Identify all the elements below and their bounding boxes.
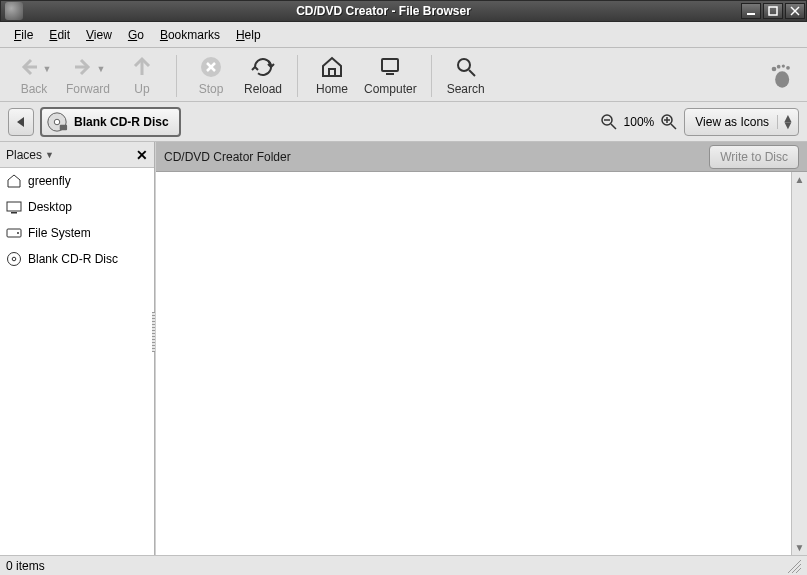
svg-point-12 [775, 71, 789, 87]
svg-rect-9 [386, 73, 394, 75]
place-blank-disc[interactable]: Blank CD-R Disc [0, 246, 154, 272]
zoom-out-button[interactable] [600, 113, 618, 131]
file-view-area[interactable] [156, 172, 807, 555]
computer-label: Computer [364, 82, 417, 96]
stop-icon [199, 55, 223, 79]
minimize-button[interactable] [741, 3, 761, 19]
svg-rect-19 [60, 124, 67, 130]
status-text: 0 items [6, 559, 45, 573]
arrow-up-icon [130, 55, 154, 79]
menu-view[interactable]: View [78, 25, 120, 45]
svg-line-21 [611, 124, 616, 129]
disc-icon [46, 111, 68, 133]
location-bar: Blank CD-R Disc 100% View as Icons ▲▼ [0, 102, 807, 142]
window-app-icon [5, 2, 23, 20]
toolbar-separator [176, 55, 177, 97]
place-home[interactable]: greenfly [0, 168, 154, 194]
place-label: Blank CD-R Disc [28, 252, 118, 266]
search-icon [454, 55, 478, 79]
menu-go[interactable]: Go [120, 25, 152, 45]
menu-file[interactable]: File [6, 25, 41, 45]
scroll-down-icon: ▼ [795, 540, 805, 555]
menu-bar: File Edit View Go Bookmarks Help [0, 22, 807, 48]
computer-button[interactable]: Computer [358, 53, 423, 98]
disc-icon [6, 251, 22, 267]
toolbar-separator [297, 55, 298, 97]
menu-bookmarks[interactable]: Bookmarks [152, 25, 228, 45]
up-label: Up [134, 82, 149, 96]
reload-icon [251, 55, 275, 79]
svg-point-15 [782, 64, 785, 67]
location-path-button[interactable]: Blank CD-R Disc [40, 107, 181, 137]
place-desktop[interactable]: Desktop [0, 194, 154, 220]
scroll-up-icon: ▲ [795, 172, 805, 187]
close-button[interactable] [785, 3, 805, 19]
home-button[interactable]: Home [306, 53, 358, 98]
svg-line-11 [469, 70, 475, 76]
svg-line-24 [671, 124, 676, 129]
triangle-left-icon [15, 116, 27, 128]
place-label: greenfly [28, 174, 71, 188]
forward-button[interactable]: ▼ Forward [60, 53, 116, 98]
arrow-right-icon [71, 55, 95, 79]
computer-icon [378, 55, 402, 79]
home-icon [320, 55, 344, 79]
svg-rect-1 [769, 7, 777, 15]
svg-rect-28 [11, 212, 17, 214]
view-mode-selector[interactable]: View as Icons ▲▼ [684, 108, 799, 136]
forward-label: Forward [66, 82, 110, 96]
stop-label: Stop [199, 82, 224, 96]
write-to-disc-label: Write to Disc [720, 150, 788, 164]
status-bar: 0 items [0, 555, 807, 575]
path-back-button[interactable] [8, 108, 34, 136]
vertical-scrollbar[interactable]: ▲ ▼ [791, 172, 807, 555]
dropdown-icon: ▼ [43, 64, 52, 74]
places-sidebar: Places ▼ ✕ greenfly Desktop File System … [0, 142, 155, 555]
gnome-foot-icon [767, 62, 795, 90]
svg-rect-8 [382, 59, 398, 71]
svg-point-16 [786, 65, 790, 69]
view-mode-label: View as Icons [695, 115, 769, 129]
search-label: Search [447, 82, 485, 96]
stop-button[interactable]: Stop [185, 53, 237, 98]
content-panes: Places ▼ ✕ greenfly Desktop File System … [0, 142, 807, 555]
zoom-controls: 100% [600, 113, 679, 131]
search-button[interactable]: Search [440, 53, 492, 98]
svg-point-13 [772, 66, 777, 71]
location-path-label: Blank CD-R Disc [74, 115, 169, 129]
place-filesystem[interactable]: File System [0, 220, 154, 246]
sidebar-title[interactable]: Places [6, 148, 42, 162]
main-header: CD/DVD Creator Folder Write to Disc [156, 142, 807, 172]
up-button[interactable]: Up [116, 53, 168, 98]
reload-label: Reload [244, 82, 282, 96]
zoom-level: 100% [624, 115, 655, 129]
svg-point-18 [54, 119, 60, 125]
home-label: Home [316, 82, 348, 96]
dropdown-icon[interactable]: ▼ [45, 150, 54, 160]
sidebar-header: Places ▼ ✕ [0, 142, 154, 168]
arrow-left-icon [17, 55, 41, 79]
title-bar: CD/DVD Creator - File Browser [0, 0, 807, 22]
svg-point-32 [12, 257, 16, 261]
maximize-button[interactable] [763, 3, 783, 19]
zoom-in-button[interactable] [660, 113, 678, 131]
home-folder-icon [6, 173, 22, 189]
menu-help[interactable]: Help [228, 25, 269, 45]
svg-rect-0 [747, 13, 755, 15]
desktop-icon [6, 199, 22, 215]
main-header-label: CD/DVD Creator Folder [164, 150, 291, 164]
svg-rect-7 [329, 69, 335, 76]
svg-point-10 [458, 59, 470, 71]
main-pane: CD/DVD Creator Folder Write to Disc ▲ ▼ [155, 142, 807, 555]
write-to-disc-button[interactable]: Write to Disc [709, 145, 799, 169]
resize-grip[interactable] [787, 559, 801, 573]
reload-button[interactable]: Reload [237, 53, 289, 98]
svg-point-31 [8, 253, 21, 266]
menu-edit[interactable]: Edit [41, 25, 78, 45]
svg-point-14 [777, 64, 781, 68]
place-label: File System [28, 226, 91, 240]
back-button[interactable]: ▼ Back [8, 53, 60, 98]
sidebar-close-button[interactable]: ✕ [136, 147, 148, 163]
svg-rect-27 [7, 202, 21, 211]
back-label: Back [21, 82, 48, 96]
